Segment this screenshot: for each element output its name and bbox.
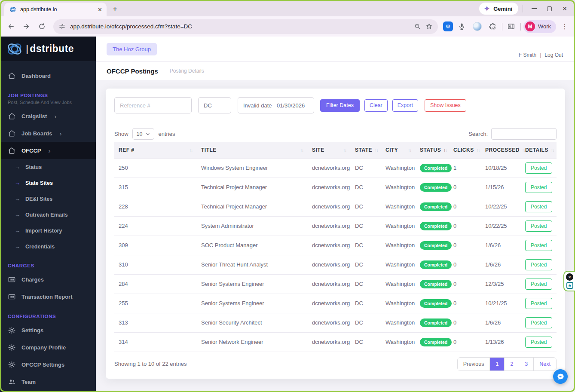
chat-launcher-button[interactable] xyxy=(553,369,568,384)
bookmark-star-icon[interactable] xyxy=(425,23,433,30)
page-button-1[interactable]: 1 xyxy=(489,358,504,371)
column-label: TITLE xyxy=(201,147,217,153)
cell-processed: 1/6/26 xyxy=(481,313,521,332)
window-minimize-button[interactable] xyxy=(532,8,537,9)
divider xyxy=(502,23,502,31)
posted-button[interactable]: Posted xyxy=(525,240,552,251)
filter-dates-button[interactable]: Filter Dates xyxy=(320,99,360,112)
column-header-status[interactable]: STATUS↑↓ xyxy=(416,142,449,158)
search-input[interactable] xyxy=(491,128,557,140)
cell-status: Completed xyxy=(416,197,449,216)
column-header-details[interactable]: DETAILS↑↓ xyxy=(521,142,557,158)
column-header-processed[interactable]: PROCESSED↑↓ xyxy=(481,142,521,158)
column-header-site[interactable]: SITE↑↓ xyxy=(308,142,351,158)
sidebar-subitem-credentials[interactable]: →Credentials xyxy=(0,239,96,254)
side-panel-icon[interactable] xyxy=(505,20,518,33)
sidebar-item-dashboard[interactable]: Dashboard xyxy=(0,67,96,84)
cell-details: Posted xyxy=(521,178,557,197)
page-button-3[interactable]: 3 xyxy=(519,358,533,371)
sidebar-subitem-state-sites[interactable]: →State Sites xyxy=(0,175,96,191)
gemini-sparkle-icon xyxy=(483,5,490,12)
browser-tab[interactable]: app.dstribute.io ✕ xyxy=(4,3,107,16)
next-page-button[interactable]: Next xyxy=(533,358,556,371)
microphone-icon[interactable] xyxy=(456,20,468,33)
reload-button[interactable] xyxy=(35,20,48,33)
posted-button[interactable]: Posted xyxy=(525,259,552,270)
posted-button[interactable]: Posted xyxy=(525,279,552,290)
state-input[interactable] xyxy=(198,97,231,113)
zoom-out-icon[interactable] xyxy=(414,23,421,30)
date-range-input[interactable] xyxy=(238,97,314,113)
back-button[interactable] xyxy=(4,20,17,33)
sidebar-subitem-outreach-emails[interactable]: →Outreach Emails xyxy=(0,207,96,223)
extension-e-icon[interactable]: e xyxy=(566,282,573,289)
cell-details: Posted xyxy=(521,255,557,274)
tab-close-icon[interactable]: ✕ xyxy=(98,6,102,13)
table-row: 310Senior Threat Hunt Analystdcnetworks.… xyxy=(114,255,557,274)
status-badge: Completed xyxy=(420,241,452,250)
export-button[interactable]: Export xyxy=(392,99,418,112)
posted-button[interactable]: Posted xyxy=(525,182,552,193)
sidebar-subitem-de-i-sites[interactable]: →DE&I Sites xyxy=(0,191,96,207)
page-size-select[interactable]: 10 xyxy=(132,128,155,140)
sidebar-subitem-import-history[interactable]: →Import History xyxy=(0,223,96,239)
sidebar-item-ofccp-settings[interactable]: OFCCP Settings xyxy=(0,356,96,373)
forward-button[interactable] xyxy=(20,20,33,33)
reference-input[interactable] xyxy=(114,97,192,113)
column-header-city[interactable]: CITY↑↓ xyxy=(381,142,416,158)
cell-clicks: 0 xyxy=(449,332,481,352)
sidebar-item-company-profile[interactable]: Company Profile xyxy=(0,339,96,356)
url-text[interactable]: app.dstribute.io/ofccp/processed.cfm?sta… xyxy=(70,23,410,30)
logout-link[interactable]: Log Out xyxy=(544,52,563,58)
posted-button[interactable]: Posted xyxy=(525,220,552,232)
group-button[interactable]: The Hoz Group xyxy=(107,43,157,55)
address-bar[interactable]: app.dstribute.io/ofccp/processed.cfm?sta… xyxy=(53,19,438,34)
window-close-button[interactable]: ✕ xyxy=(562,5,567,12)
sidebar-item-job-boards[interactable]: Job Boards› xyxy=(0,125,96,142)
column-header-state[interactable]: STATE↑↓ xyxy=(351,142,381,158)
sidebar-item-craigslist[interactable]: Craigslist› xyxy=(0,107,96,125)
close-icon[interactable]: ✕ xyxy=(566,273,573,281)
sidebar-item-transaction-report[interactable]: Transaction Report xyxy=(0,288,96,305)
sidebar-item-ofccp[interactable]: OFCCP› xyxy=(0,142,96,159)
new-tab-button[interactable]: + xyxy=(113,4,117,14)
sort-icon: ↑↓ xyxy=(443,148,447,153)
site-settings-icon[interactable] xyxy=(58,23,66,30)
extensions-puzzle-icon[interactable] xyxy=(486,20,499,33)
extension-icon[interactable]: ⚙ xyxy=(443,21,453,31)
sidebar-item-settings[interactable]: Settings xyxy=(0,322,96,339)
clear-button[interactable]: Clear xyxy=(364,99,388,112)
sort-icon: ↑↓ xyxy=(190,148,193,153)
browser-menu-icon[interactable]: ⋮ xyxy=(559,22,571,31)
column-header-clicks[interactable]: CLICKS↑↓ xyxy=(449,142,481,158)
window-maximize-button[interactable] xyxy=(547,6,552,11)
orb-extension-icon[interactable] xyxy=(471,20,484,33)
cell-title: Senior Systems Engineer xyxy=(197,274,308,294)
status-badge: Completed xyxy=(420,260,452,269)
browser-profile-button[interactable]: M Work xyxy=(523,20,556,33)
posted-button[interactable]: Posted xyxy=(525,201,552,212)
sidebar-item-mapping[interactable]: Mapping xyxy=(0,390,96,392)
cell-details: Posted xyxy=(521,313,557,332)
gear-icon xyxy=(8,361,16,369)
posted-button[interactable]: Posted xyxy=(525,162,552,174)
cell-site: dcnetworks.org xyxy=(308,236,351,255)
app-logo[interactable]: | dstribute xyxy=(0,37,96,61)
cell-clicks: 0 xyxy=(449,236,481,255)
home-icon xyxy=(8,72,16,80)
cell-ref: 315 xyxy=(114,178,197,197)
posted-button[interactable]: Posted xyxy=(525,337,552,348)
sidebar-subitem-status[interactable]: →Status xyxy=(0,159,96,175)
sidebar-item-team[interactable]: Team xyxy=(0,373,96,390)
column-header-ref[interactable]: REF #↑↓ xyxy=(114,142,197,158)
page-button-2[interactable]: 2 xyxy=(504,358,519,371)
posted-button[interactable]: Posted xyxy=(525,317,552,328)
cell-site: dcnetworks.org xyxy=(308,255,351,274)
sidebar-item-charges[interactable]: Charges xyxy=(0,271,96,288)
column-header-title[interactable]: TITLE↑↓ xyxy=(197,142,308,158)
previous-page-button[interactable]: Previous xyxy=(458,358,490,371)
sidebar-section-charges: CHARGES xyxy=(8,263,88,268)
posted-button[interactable]: Posted xyxy=(525,298,552,309)
show-issues-button[interactable]: Show Issues xyxy=(425,99,466,112)
gemini-button[interactable]: Gemini xyxy=(479,3,518,15)
